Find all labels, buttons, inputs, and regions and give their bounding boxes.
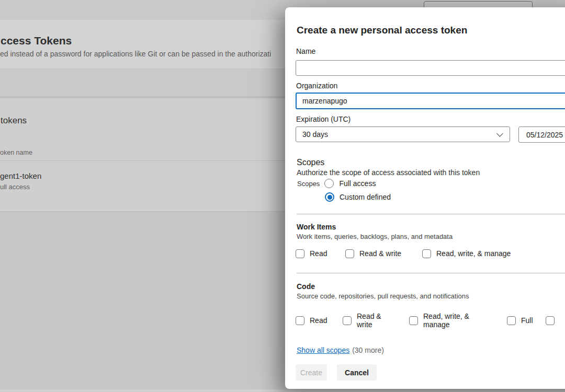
code-read-write-checkbox[interactable] bbox=[343, 316, 352, 325]
expiration-selected-value: 30 days bbox=[302, 130, 328, 139]
checkbox-label[interactable]: Read, write, & manage bbox=[423, 312, 476, 329]
expiration-label: Expiration (UTC) bbox=[296, 115, 351, 123]
code-read-checkbox[interactable] bbox=[296, 316, 304, 325]
token-row-scope: ull access bbox=[0, 183, 30, 191]
checkbox-label[interactable]: Read, write, & manage bbox=[436, 249, 511, 258]
work-items-read-option: Read bbox=[296, 249, 345, 258]
checkbox-label[interactable]: Read bbox=[310, 316, 327, 325]
scopes-heading: Scopes bbox=[297, 158, 324, 167]
show-all-scopes-row: Show all scopes(30 more) bbox=[297, 346, 384, 354]
custom-defined-radio[interactable] bbox=[325, 192, 334, 202]
checkbox-label[interactable]: Read bbox=[310, 249, 327, 258]
scopes-group-label: Scopes bbox=[297, 180, 320, 188]
code-section-description: Source code, repositories, pull requests… bbox=[297, 292, 469, 300]
expiration-select[interactable]: 30 days bbox=[296, 126, 510, 142]
dialog-title: Create a new personal access token bbox=[297, 25, 467, 36]
token-list-heading: tokens bbox=[1, 116, 27, 126]
code-read-write-option: Read & write bbox=[343, 312, 409, 329]
organization-label: Organization bbox=[296, 82, 337, 90]
code-full-checkbox[interactable] bbox=[507, 316, 516, 325]
cancel-button[interactable]: Cancel bbox=[337, 364, 377, 381]
checkbox-label[interactable]: Read & write bbox=[359, 249, 401, 258]
code-checkbox-row: Read Read & write Read, write, & manage … bbox=[296, 309, 560, 331]
full-access-radio[interactable] bbox=[324, 179, 334, 188]
organization-input[interactable] bbox=[296, 93, 565, 109]
show-all-scopes-link[interactable]: Show all scopes bbox=[297, 346, 349, 354]
token-row-name: gent1-token bbox=[0, 171, 41, 180]
work-items-section-description: Work items, queries, backlogs, plans, an… bbox=[297, 233, 453, 240]
checkbox-label[interactable]: Read & write bbox=[357, 312, 389, 329]
page-title: ccess Tokens bbox=[1, 34, 72, 47]
expiration-date-input[interactable]: 05/12/2025 bbox=[518, 126, 565, 143]
name-input[interactable] bbox=[296, 60, 565, 76]
page-subtitle: ed instead of a password for application… bbox=[0, 50, 271, 58]
work-items-checkbox-row: Read Read & write Read, write, & manage bbox=[296, 249, 511, 258]
work-items-read-checkbox[interactable] bbox=[296, 249, 304, 258]
dialog-buttons: Create Cancel bbox=[296, 364, 377, 381]
code-read-write-manage-checkbox[interactable] bbox=[409, 316, 418, 325]
work-items-read-write-checkbox[interactable] bbox=[345, 249, 354, 258]
more-scopes-count: (30 more) bbox=[352, 346, 384, 354]
checkbox-label[interactable]: Full bbox=[521, 316, 533, 325]
background-bottom-band bbox=[0, 389, 565, 392]
name-label: Name bbox=[296, 47, 315, 55]
work-items-section-title: Work Items bbox=[297, 223, 336, 231]
code-extra-checkbox[interactable] bbox=[546, 316, 555, 325]
chevron-down-icon bbox=[496, 130, 503, 137]
scope-option-custom-defined: Custom defined bbox=[325, 192, 391, 202]
code-read-write-manage-option: Read, write, & manage bbox=[409, 312, 507, 329]
expiration-date-value: 05/12/2025 bbox=[526, 131, 563, 139]
work-items-read-write-manage-checkbox[interactable] bbox=[422, 249, 431, 258]
work-items-read-write-option: Read & write bbox=[345, 249, 422, 258]
scopes-description: Authorize the scope of access associated… bbox=[297, 168, 480, 177]
code-read-option: Read bbox=[296, 316, 343, 325]
full-access-radio-label[interactable]: Full access bbox=[339, 179, 376, 188]
scope-option-full-access: Scopes Full access bbox=[297, 179, 376, 188]
create-button[interactable]: Create bbox=[296, 364, 327, 381]
code-extra-option bbox=[546, 316, 560, 325]
code-full-option: Full bbox=[507, 316, 546, 325]
divider bbox=[297, 214, 565, 214]
divider bbox=[297, 273, 565, 273]
create-token-dialog: Create a new personal access token Name … bbox=[285, 7, 565, 389]
work-items-read-write-manage-option: Read, write, & manage bbox=[422, 249, 511, 258]
code-section-title: Code bbox=[297, 282, 315, 291]
token-name-column-header: oken name bbox=[0, 149, 32, 156]
custom-defined-radio-label[interactable]: Custom defined bbox=[340, 193, 391, 201]
